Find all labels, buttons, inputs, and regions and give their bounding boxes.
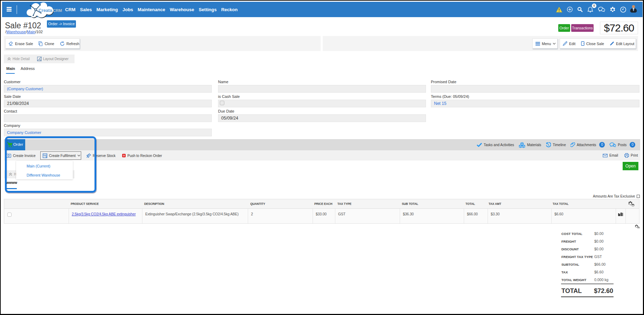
svg-text:CRM: CRM	[53, 8, 62, 13]
svg-text:Creata: Creata	[38, 8, 52, 13]
